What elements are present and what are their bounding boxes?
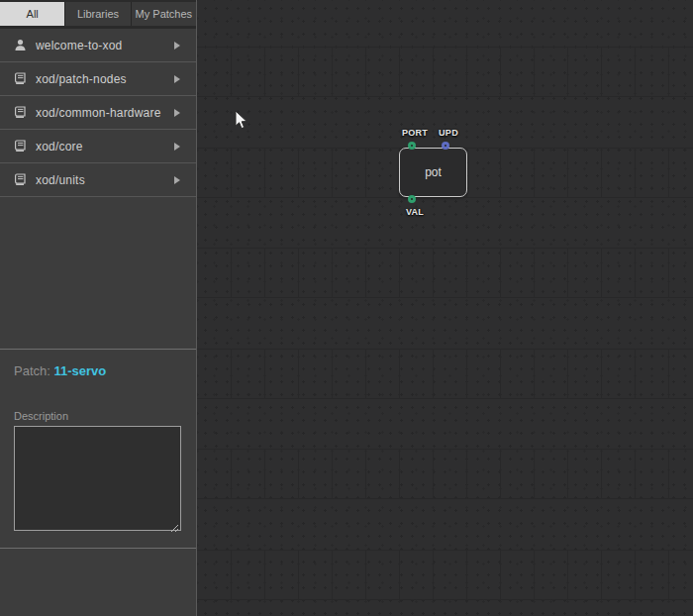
book-icon (13, 106, 27, 120)
book-icon (13, 72, 27, 86)
xod-ide-window: All Libraries My Patches welcome-to-xod (0, 0, 693, 616)
node-pot[interactable]: PORT UPD pot VAL (399, 148, 467, 197)
user-icon (13, 39, 27, 52)
grid-band (197, 248, 693, 298)
list-item-xod-core[interactable]: xod/core (0, 130, 196, 163)
list-item-label: welcome-to-xod (36, 39, 174, 52)
patch-canvas[interactable]: PORT UPD pot VAL (197, 0, 693, 616)
patch-title-label: Patch: (14, 363, 50, 378)
list-item-label: xod/patch-nodes (36, 72, 174, 86)
list-item-xod-patch-nodes[interactable]: xod/patch-nodes (0, 62, 196, 96)
grid-band (197, 449, 693, 499)
list-item-xod-units[interactable]: xod/units (0, 163, 196, 197)
tab-libraries[interactable]: Libraries (65, 2, 131, 26)
list-item-xod-common-hardware[interactable]: xod/common-hardware (0, 96, 196, 130)
sidebar-footer (0, 548, 196, 616)
description-label: Description (14, 410, 182, 422)
chevron-right-icon (174, 42, 180, 50)
sidebar-spacer (0, 197, 196, 349)
pin-upd[interactable] (442, 142, 449, 150)
book-icon (13, 140, 27, 154)
book-icon (13, 173, 27, 187)
library-list: welcome-to-xod xod/patch-nodes (0, 29, 196, 197)
project-browser-sidebar: All Libraries My Patches welcome-to-xod (0, 0, 197, 616)
tab-my-patches[interactable]: My Patches (132, 2, 196, 26)
patch-inspector: Patch: 11-servo Description (0, 349, 196, 548)
pin-label-upd: UPD (439, 128, 458, 138)
chevron-right-icon (174, 176, 180, 184)
list-item-label: xod/core (36, 140, 174, 154)
patch-name-link[interactable]: 11-servo (53, 363, 106, 378)
list-item-label: xod/units (36, 173, 174, 187)
grid-band (197, 550, 693, 600)
pin-label-port: PORT (402, 128, 428, 138)
patch-title: Patch: 11-servo (14, 363, 182, 378)
chevron-right-icon (174, 109, 180, 117)
description-field-wrap (14, 426, 181, 531)
grid-band (197, 349, 693, 399)
list-item-label: xod/common-hardware (36, 106, 174, 120)
tab-all[interactable]: All (0, 2, 65, 26)
pin-val[interactable] (408, 195, 416, 203)
browser-tabbar: All Libraries My Patches (0, 2, 196, 26)
node-label: pot (425, 165, 442, 179)
pin-label-val: VAL (406, 207, 424, 217)
pin-port[interactable] (408, 142, 416, 150)
description-textarea[interactable] (14, 426, 181, 531)
grid-band (197, 47, 693, 97)
chevron-right-icon (174, 75, 180, 83)
list-item-welcome-to-xod[interactable]: welcome-to-xod (0, 29, 196, 62)
chevron-right-icon (174, 143, 180, 151)
